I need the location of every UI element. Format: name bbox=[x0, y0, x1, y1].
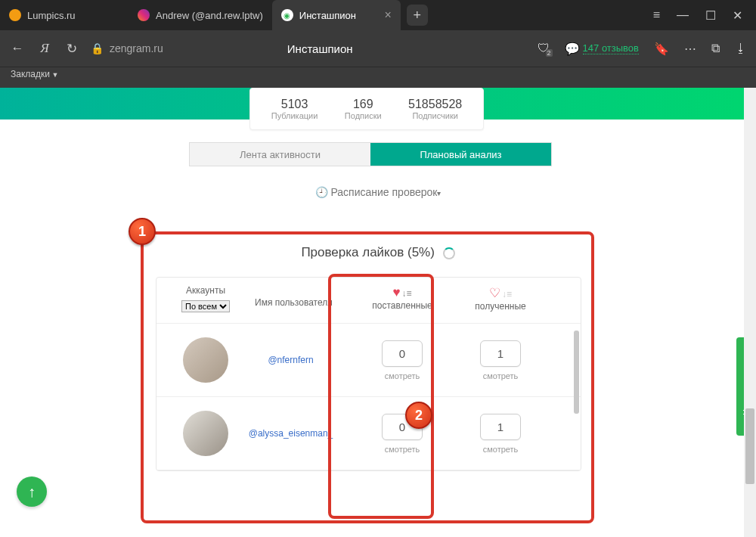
annotation-marker-1: 1 bbox=[129, 218, 156, 245]
tab-activity-feed[interactable]: Лента активности bbox=[190, 143, 370, 166]
bookmarks-bar[interactable]: Закладки ▼ bbox=[0, 67, 756, 88]
more-icon[interactable]: ⋯ bbox=[684, 42, 696, 56]
tab-favicon bbox=[138, 9, 150, 21]
bookmark-icon[interactable]: 🔖 bbox=[654, 42, 669, 56]
annotation-box-2 bbox=[328, 274, 434, 519]
annotation-marker-2: 2 bbox=[405, 402, 432, 429]
clock-icon: 🕘 bbox=[315, 186, 328, 198]
profile-stats: 5103 Публикации 169 Подписки 51858528 По… bbox=[249, 88, 484, 130]
tab-planned-analysis[interactable]: Плановый анализ bbox=[370, 143, 551, 166]
scroll-top-button[interactable]: ↑ bbox=[17, 476, 47, 507]
minimize-icon[interactable]: — bbox=[677, 8, 689, 23]
window-controls: ≡ — ☐ ✕ bbox=[640, 8, 756, 23]
page-content: 5103 Публикации 169 Подписки 51858528 По… bbox=[0, 88, 756, 537]
stat-following: 169 Подписки bbox=[345, 98, 382, 120]
close-window-icon[interactable]: ✕ bbox=[733, 8, 742, 23]
address-bar: ← Я ↻ 🔒 zengram.ru Инсташпион 🛡2 💬147 от… bbox=[0, 30, 756, 67]
tab-title: Andrew (@and.rew.lptw) bbox=[156, 10, 263, 21]
shield-icon[interactable]: 🛡2 bbox=[538, 42, 550, 55]
menu-icon[interactable]: ≡ bbox=[653, 8, 660, 23]
reload-icon[interactable]: ↻ bbox=[64, 41, 80, 57]
tab-lumpics[interactable]: Lumpics.ru bbox=[0, 0, 129, 30]
tab-title: Инсташпион bbox=[299, 10, 356, 21]
yandex-icon[interactable]: Я bbox=[36, 41, 53, 56]
page-scrollbar-thumb[interactable] bbox=[745, 408, 754, 484]
schedule-link[interactable]: 🕘 Расписание проверок▾ bbox=[0, 186, 756, 198]
tab-favicon: ◉ bbox=[281, 9, 293, 21]
maximize-icon[interactable]: ☐ bbox=[705, 8, 716, 23]
tab-instashpion[interactable]: ◉ Инсташпион × bbox=[272, 0, 401, 30]
subtabs: Лента активности Плановый анализ bbox=[189, 142, 552, 166]
stat-posts: 5103 Публикации bbox=[271, 98, 318, 120]
stat-followers: 51858528 Подписчики bbox=[408, 98, 462, 120]
tab-favicon bbox=[9, 9, 21, 21]
back-icon[interactable]: ← bbox=[9, 41, 26, 56]
download-icon[interactable]: ⭳ bbox=[735, 42, 747, 55]
browser-titlebar: Lumpics.ru Andrew (@and.rew.lptw) ◉ Инст… bbox=[0, 0, 756, 30]
new-tab-button[interactable]: + bbox=[407, 5, 428, 26]
tab-title: Lumpics.ru bbox=[27, 10, 76, 21]
lock-icon: 🔒 bbox=[91, 42, 104, 54]
url-text: zengram.ru bbox=[110, 42, 163, 54]
tab-instagram[interactable]: Andrew (@and.rew.lptw) bbox=[129, 0, 272, 30]
url-field[interactable]: 🔒 zengram.ru bbox=[91, 42, 163, 54]
reviews-link[interactable]: 💬147 отзывов bbox=[565, 42, 639, 56]
extensions-icon[interactable]: ⧉ bbox=[711, 42, 720, 55]
close-icon[interactable]: × bbox=[384, 8, 391, 22]
page-title: Инсташпион bbox=[287, 42, 353, 55]
